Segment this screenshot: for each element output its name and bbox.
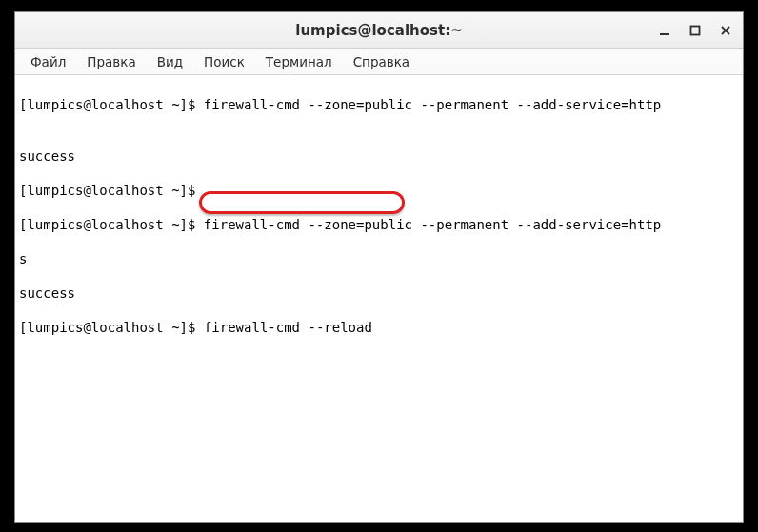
menu-help[interactable]: Справка — [344, 50, 419, 73]
menubar: Файл Правка Вид Поиск Терминал Справка — [15, 49, 743, 75]
titlebar[interactable]: lumpics@localhost:~ — [15, 12, 743, 49]
terminal-line: [lumpics@localhost ~]$ — [19, 182, 739, 199]
maximize-button[interactable] — [686, 21, 705, 40]
svg-rect-0 — [660, 33, 669, 35]
terminal-window: lumpics@localhost:~ Файл Правка Вид Поис… — [14, 11, 744, 523]
terminal-line: [lumpics@localhost ~]$ firewall-cmd --zo… — [19, 96, 739, 113]
menu-view[interactable]: Вид — [148, 50, 192, 73]
terminal-line: [lumpics@localhost ~]$ firewall-cmd --re… — [19, 319, 739, 336]
current-command: firewall-cmd --reload — [204, 320, 372, 335]
window-title: lumpics@localhost:~ — [295, 22, 462, 39]
terminal-line: success — [19, 148, 739, 165]
terminal-line: [lumpics@localhost ~]$ firewall-cmd --zo… — [19, 216, 739, 233]
terminal-output[interactable]: [lumpics@localhost ~]$ firewall-cmd --zo… — [15, 75, 743, 522]
menu-terminal[interactable]: Терминал — [256, 50, 342, 73]
menu-edit[interactable]: Правка — [77, 50, 145, 73]
minimize-button[interactable] — [655, 21, 674, 40]
menu-search[interactable]: Поиск — [194, 50, 254, 73]
menu-file[interactable]: Файл — [21, 50, 75, 73]
window-controls — [655, 12, 735, 48]
prompt: [lumpics@localhost ~]$ — [19, 320, 204, 335]
close-button[interactable] — [716, 21, 735, 40]
terminal-line: s — [19, 250, 739, 267]
svg-rect-1 — [691, 26, 700, 34]
terminal-line: success — [19, 285, 739, 302]
